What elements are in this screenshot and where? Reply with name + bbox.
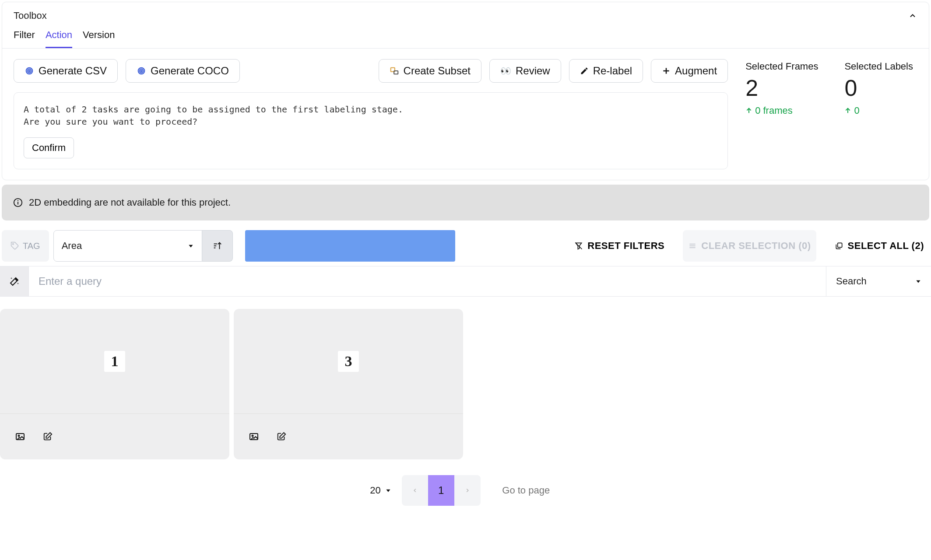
search-bar: Search [0,266,931,297]
image-icon[interactable] [249,431,259,442]
edit-icon[interactable] [43,432,53,441]
augment-label: Augment [675,65,717,77]
tab-filter[interactable]: Filter [14,29,35,48]
page-size-select[interactable]: 20 [370,485,391,496]
next-page-button[interactable] [454,475,481,506]
create-subset-button[interactable]: Create Subset [379,59,481,83]
magic-wand-button[interactable] [0,266,29,296]
sort-icon [212,241,222,251]
svg-point-8 [18,200,18,201]
results-grid: 1 3 [0,309,931,470]
range-bar[interactable] [245,230,455,262]
subset-icon [390,66,399,76]
svg-marker-21 [916,280,920,283]
search-input[interactable] [29,266,826,296]
confirmation-line1: A total of 2 tasks are going to be assig… [24,103,718,116]
tag-label: TAG [23,241,40,251]
create-subset-label: Create Subset [404,65,471,77]
thumbnail-glyph: 3 [338,351,359,372]
toolbox-tabs: Filter Action Version [2,25,929,49]
confirmation-line2: Are you sure you want to proceed? [24,116,718,128]
area-select[interactable]: Area [53,230,202,262]
caret-down-icon [385,487,391,494]
svg-marker-26 [386,490,390,492]
caret-down-icon [915,278,921,284]
arrow-up-icon [844,107,851,114]
tab-action[interactable]: Action [46,29,72,48]
reset-filters-label: RESET FILTERS [587,240,664,252]
sort-button[interactable] [202,230,233,262]
stat-frames-value: 2 [745,76,818,101]
clear-icon [688,242,697,250]
stat-labels-label: Selected Labels [844,61,913,72]
generate-coco-label: Generate COCO [151,65,229,77]
tag-chip[interactable]: TAG [2,230,49,262]
result-card[interactable]: 1 [0,309,229,459]
toolbox-title: Toolbox [14,10,47,21]
stat-labels-delta: 0 [844,105,859,116]
magic-wand-icon [9,276,20,287]
thumbnail-glyph: 1 [104,351,125,372]
filter-off-icon [574,242,583,250]
generate-csv-label: Generate CSV [39,65,107,77]
stat-labels-value: 0 [844,76,913,101]
search-mode-label: Search [836,276,867,287]
confirmation-box: A total of 2 tasks are going to be assig… [14,92,728,169]
eyes-icon: 👀 [500,66,511,76]
edit-icon[interactable] [277,432,286,441]
arrow-up-icon [745,107,752,114]
stat-frames-delta: 0 frames [745,105,793,116]
pagination: 20 1 [0,470,931,523]
stat-frames: Selected Frames 2 0 frames [745,61,818,116]
generate-csv-button[interactable]: Generate CSV [14,59,118,83]
reset-filters-button[interactable]: RESET FILTERS [569,230,670,262]
info-icon [13,198,23,207]
tab-version[interactable]: Version [83,29,115,48]
card-thumbnail: 1 [0,309,229,414]
confirm-button[interactable]: Confirm [24,137,74,158]
select-all-button[interactable]: SELECT ALL (2) [829,230,929,262]
image-icon[interactable] [15,431,25,442]
svg-point-25 [252,435,253,437]
search-mode-select[interactable]: Search [826,266,931,296]
page-size-value: 20 [370,485,380,496]
augment-button[interactable]: Augment [651,59,728,83]
prev-page-button[interactable] [402,475,428,506]
select-all-icon [835,242,843,250]
collapse-icon[interactable] [908,11,917,21]
clear-selection-label: CLEAR SELECTION (0) [701,240,811,252]
select-all-label: SELECT ALL (2) [848,240,924,252]
svg-marker-10 [189,245,193,248]
svg-point-9 [13,244,14,245]
spiral-icon [137,66,146,76]
plus-icon [662,66,671,75]
action-button-row: Generate CSV Generate COCO Create Subset [14,59,728,83]
clear-selection-button: CLEAR SELECTION (0) [683,230,816,262]
pager: 1 [402,475,481,506]
review-button[interactable]: 👀 Review [489,59,561,83]
stats: Selected Frames 2 0 frames Selected Labe… [745,59,917,116]
relabel-label: Re-label [593,65,632,77]
card-thumbnail: 3 [234,309,463,414]
info-banner: 2D embedding are not available for this … [2,185,929,220]
filter-bar: TAG Area RESET FILTERS CLEAR SELECTION (… [0,227,931,266]
pencil-icon [580,66,589,75]
caret-down-icon [188,243,194,249]
goto-page-input[interactable] [491,485,561,496]
tag-icon [11,242,19,250]
svg-rect-20 [837,243,842,247]
relabel-button[interactable]: Re-label [569,59,643,83]
toolbox-panel: Toolbox Filter Action Version Generate C… [2,2,929,180]
stat-labels: Selected Labels 0 0 [844,61,913,116]
area-label: Area [62,240,82,252]
spiral-icon [25,66,34,76]
svg-point-23 [18,435,20,437]
review-label: Review [516,65,550,77]
info-text: 2D embedding are not available for this … [29,197,231,208]
result-card[interactable]: 3 [234,309,463,459]
page-number[interactable]: 1 [428,475,454,506]
generate-coco-button[interactable]: Generate COCO [126,59,240,83]
stat-frames-label: Selected Frames [745,61,818,72]
